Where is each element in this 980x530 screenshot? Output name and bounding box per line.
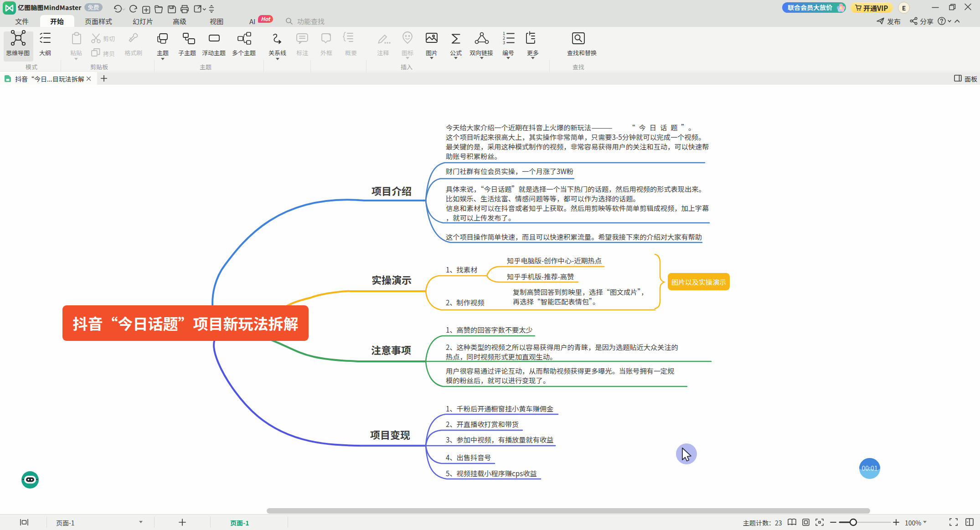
svg-text:00:01: 00:01: [862, 463, 878, 473]
svg-text:3: 3: [503, 40, 505, 46]
